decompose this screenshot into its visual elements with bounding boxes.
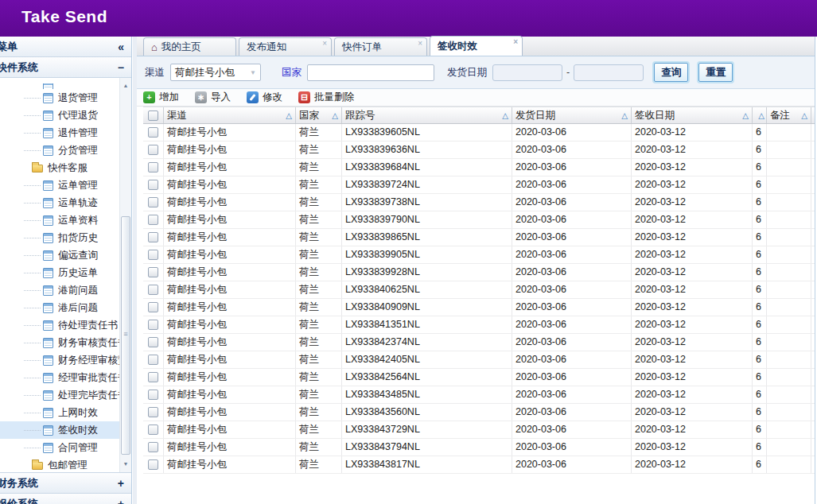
sidebar-collapse-icon[interactable]: «: [118, 41, 124, 53]
close-icon[interactable]: ×: [513, 38, 518, 46]
tab-label: 快件订单: [342, 41, 382, 54]
close-icon[interactable]: ×: [418, 40, 422, 48]
scrollbar-thumb[interactable]: ≡: [121, 216, 130, 455]
sort-icon[interactable]: △: [799, 111, 807, 120]
row-checkbox[interactable]: [148, 425, 158, 435]
sort-icon[interactable]: △: [620, 111, 628, 120]
collapse-minus-icon[interactable]: −: [118, 61, 124, 74]
sidebar-item-4[interactable]: 快件客服: [0, 159, 119, 176]
sidebar-item-16[interactable]: 经理审批责任书: [0, 369, 119, 386]
row-checkbox[interactable]: [148, 162, 158, 173]
sidebar-item-18[interactable]: 上网时效: [0, 404, 119, 421]
sidebar-item-1[interactable]: 代理退货: [0, 107, 119, 124]
batch-delete-button[interactable]: ⊟ 批量删除: [298, 91, 354, 104]
cell-sign_date: 2020-03-12: [632, 124, 753, 141]
cell-sign_date: 2020-03-12: [632, 404, 753, 421]
sidebar-item-19[interactable]: 签收时效: [0, 421, 119, 439]
row-checkbox[interactable]: [148, 442, 158, 452]
edit-button[interactable]: 修改: [247, 91, 282, 104]
date-to-input[interactable]: [574, 64, 644, 81]
cell-remark: [767, 386, 811, 403]
scroll-down-icon[interactable]: ▼: [121, 459, 130, 469]
row-checkbox[interactable]: [148, 250, 158, 260]
row-checkbox[interactable]: [148, 215, 158, 225]
column-header-4[interactable]: 签收日期 △: [632, 107, 753, 123]
close-icon[interactable]: ×: [322, 40, 327, 48]
column-header-0[interactable]: 渠道 △: [164, 107, 296, 123]
row-checkbox[interactable]: [148, 302, 158, 312]
cell-tracking: LX933839905NL: [342, 246, 512, 263]
cell-days: 6: [753, 404, 767, 421]
import-button[interactable]: ∗ 导入: [195, 91, 231, 104]
tab-2[interactable]: 快件订单 ×: [334, 37, 427, 56]
select-all-checkbox[interactable]: [148, 110, 158, 121]
row-checkbox[interactable]: [148, 145, 158, 155]
sidebar-item-5[interactable]: 运单管理: [0, 176, 119, 194]
cell-sign_date: 2020-03-12: [632, 299, 753, 316]
column-header-6[interactable]: 备注 △: [767, 107, 811, 123]
cell-tracking: LX933842564NL: [342, 369, 512, 386]
tab-1[interactable]: 发布通知 ×: [239, 37, 332, 56]
sort-icon[interactable]: △: [757, 111, 764, 120]
tree-scrollbar[interactable]: ▲ ≡ ▼: [119, 78, 131, 472]
expand-plus-icon[interactable]: +: [118, 498, 124, 504]
sidebar-item-11[interactable]: 港前问题: [0, 281, 119, 299]
tab-0[interactable]: ⌂ 我的主页: [143, 37, 236, 56]
sort-icon[interactable]: △: [330, 111, 338, 120]
expand-plus-icon[interactable]: +: [118, 477, 124, 490]
tab-bar: ⌂ 我的主页 发布通知 × 快件订单 × 签收时效 ×: [137, 37, 815, 56]
cell-sign_date: 2020-03-12: [632, 264, 753, 281]
cell-ship_date: 2020-03-06: [512, 386, 632, 403]
sidebar-item-3[interactable]: 分货管理: [0, 142, 119, 159]
sort-icon[interactable]: △: [741, 111, 749, 120]
sidebar-item-2[interactable]: 退件管理: [0, 124, 119, 142]
row-checkbox[interactable]: [148, 320, 158, 330]
column-header-5[interactable]: △: [753, 107, 767, 123]
sidebar-item-21[interactable]: 包邮管理: [0, 456, 119, 472]
section-header-quote-system[interactable]: 报价系统 +: [0, 493, 131, 504]
sidebar-item-9[interactable]: 偏远查询: [0, 246, 119, 264]
row-checkbox[interactable]: [148, 372, 158, 382]
channel-dropdown[interactable]: 荷邮挂号小包 ▼: [170, 64, 261, 81]
reset-button[interactable]: 重置: [698, 63, 733, 82]
cell-country: 荷兰: [296, 264, 342, 281]
row-checkbox[interactable]: [148, 459, 158, 470]
sidebar-item-6[interactable]: 运单轨迹: [0, 194, 119, 211]
sidebar-item-10[interactable]: 历史运单: [0, 264, 119, 281]
section-header-express-system[interactable]: 快件系统 −: [0, 57, 131, 78]
scroll-up-icon[interactable]: ▲: [121, 80, 130, 91]
sidebar-item-8[interactable]: 扣货历史: [0, 229, 119, 246]
sort-icon[interactable]: △: [284, 111, 292, 120]
row-select-cell: [143, 176, 164, 193]
row-checkbox[interactable]: [148, 285, 158, 295]
column-header-1[interactable]: 国家 △: [296, 107, 342, 123]
row-checkbox[interactable]: [148, 355, 158, 365]
sidebar-item-17[interactable]: 处理完毕责任书: [0, 386, 119, 404]
sidebar-item-13[interactable]: 待处理责任书: [0, 316, 119, 334]
cell-country: 荷兰: [296, 404, 342, 421]
row-checkbox[interactable]: [148, 180, 158, 190]
sidebar-item-15[interactable]: 财务经理审核责任书: [0, 351, 119, 369]
column-header-3[interactable]: 发货日期 △: [512, 107, 632, 123]
row-checkbox[interactable]: [148, 390, 158, 400]
row-checkbox[interactable]: [148, 232, 158, 242]
sidebar-item-0[interactable]: 退货管理: [0, 89, 119, 107]
tab-3[interactable]: 签收时效 ×: [430, 36, 523, 56]
row-checkbox[interactable]: [148, 267, 158, 277]
row-checkbox[interactable]: [148, 127, 158, 138]
row-checkbox[interactable]: [148, 197, 158, 207]
row-checkbox[interactable]: [148, 407, 158, 417]
cell-remark: [767, 421, 811, 438]
sidebar-item-7[interactable]: 运单资料: [0, 211, 119, 229]
add-button[interactable]: + 增加: [143, 91, 179, 104]
sort-icon[interactable]: △: [500, 111, 508, 120]
row-checkbox[interactable]: [148, 337, 158, 347]
sidebar-item-12[interactable]: 港后问题: [0, 299, 119, 316]
sidebar-item-20[interactable]: 合同管理: [0, 439, 119, 456]
sidebar-item-14[interactable]: 财务审核责任书: [0, 334, 119, 351]
date-from-input[interactable]: [492, 64, 562, 81]
search-button[interactable]: 查询: [654, 63, 688, 82]
country-input[interactable]: [307, 64, 434, 81]
section-header-finance-system[interactable]: 财务系统 +: [0, 472, 131, 493]
column-header-2[interactable]: 跟踪号 △: [342, 107, 512, 123]
